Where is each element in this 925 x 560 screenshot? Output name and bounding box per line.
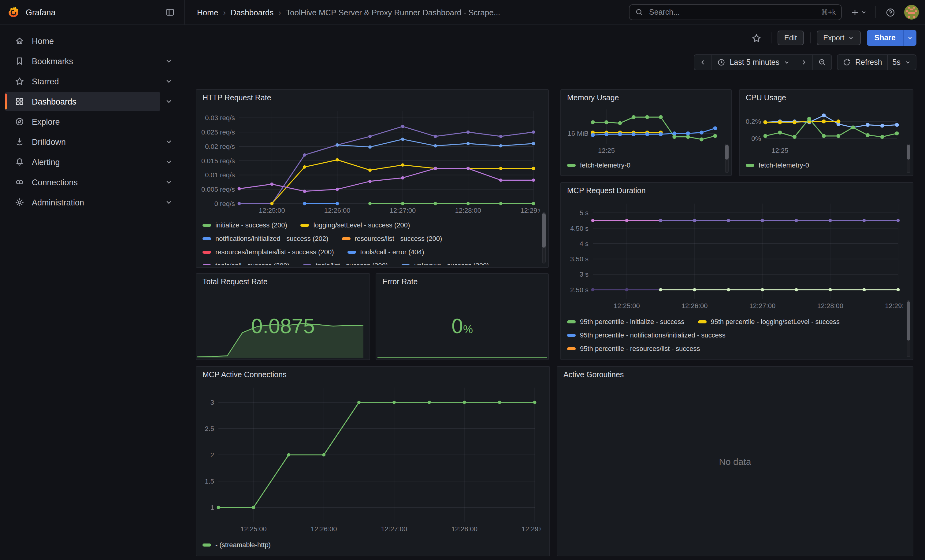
share-button[interactable]: Share — [867, 30, 903, 46]
legend-label: fetch-telemetry-0 — [580, 161, 630, 169]
chevron-down-icon[interactable] — [163, 156, 175, 168]
memory-usage-chart[interactable]: 16 MiB12:25 — [565, 105, 721, 156]
svg-text:12:25:00: 12:25:00 — [614, 302, 640, 310]
mcp-active-connections-legend: - (streamable-http) — [202, 538, 538, 554]
time-back-button[interactable] — [693, 54, 712, 70]
chevron-down-icon — [905, 59, 911, 65]
dock-sidebar-icon[interactable] — [162, 4, 178, 20]
http-request-rate-legend: initialize - success (200)logging/setLev… — [202, 218, 537, 265]
star-dashboard-icon[interactable] — [749, 30, 765, 46]
time-range-picker[interactable]: Last 5 minutes — [712, 54, 795, 70]
sidebar-item-label: Drilldown — [32, 137, 66, 146]
error-rate-value: 0% — [376, 314, 548, 338]
legend-item[interactable]: tools/list - success (200) — [303, 262, 388, 265]
help-icon[interactable] — [882, 4, 898, 20]
chevron-down-icon[interactable] — [163, 196, 175, 209]
sidebar-item-label: Bookmarks — [32, 57, 73, 66]
chevron-down-icon[interactable] — [163, 136, 175, 148]
legend-item[interactable]: initialize - success (200) — [202, 221, 287, 229]
svg-text:16 MiB: 16 MiB — [568, 130, 589, 137]
legend-item[interactable]: fetch-telemetry-0 — [746, 161, 809, 169]
panel-title[interactable]: Total Request Rate — [202, 278, 268, 286]
svg-text:0.01 req/s: 0.01 req/s — [205, 171, 235, 179]
export-button[interactable]: Export — [817, 30, 861, 45]
chevron-down-icon[interactable] — [163, 75, 175, 87]
mcp-request-duration-chart[interactable]: 5 s4.50 s4 s3.50 s3 s2.50 s12:25:0012:26… — [566, 199, 904, 311]
panel-title[interactable]: Active Goroutines — [563, 371, 624, 379]
http-request-rate-chart[interactable]: 0 req/s0.005 req/s0.01 req/s0.015 req/s0… — [201, 106, 539, 216]
legend-item[interactable]: notifications/initialized - success (202… — [202, 235, 328, 242]
legend-label: - (streamable-http) — [215, 541, 271, 548]
sidebar-link-administration[interactable]: Administration — [5, 192, 160, 212]
legend-swatch — [202, 250, 211, 254]
panel-title[interactable]: HTTP Request Rate — [202, 93, 271, 102]
sidebar-item-label: Connections — [32, 177, 78, 187]
legend-label: logging/setLevel - success (200) — [313, 221, 410, 229]
legend-item[interactable]: tools/call - error (404) — [348, 248, 424, 255]
legend-scrollbar[interactable] — [542, 213, 546, 248]
search-shortcut: ⌘+k — [821, 8, 836, 17]
legend-item[interactable]: resources/templates/list - success (200) — [202, 248, 334, 255]
mcp-active-connections-chart[interactable]: 32.521.5112:25:0012:26:0012:27:0012:28:0… — [201, 383, 541, 534]
legend-item[interactable]: fetch-telemetry-0 — [567, 161, 630, 169]
legend-item[interactable]: 95th percentile - notifications/initiali… — [567, 331, 726, 339]
svg-text:12:28:00: 12:28:00 — [455, 207, 481, 214]
legend-item[interactable]: 95th percentile - resources/list - succe… — [567, 345, 700, 352]
zoom-out-button[interactable] — [813, 54, 832, 70]
avatar[interactable] — [904, 5, 919, 20]
brand-title: Grafana — [26, 8, 156, 17]
cpu-usage-chart[interactable]: 0.2%0%12:25 — [743, 105, 903, 156]
share-dropdown-button[interactable] — [903, 30, 916, 46]
refresh-group: Refresh 5s — [837, 54, 916, 70]
chevron-down-icon[interactable] — [163, 95, 175, 108]
chevron-down-icon[interactable] — [163, 55, 175, 67]
search-input[interactable] — [648, 8, 817, 17]
panel-title[interactable]: MCP Active Connections — [202, 371, 286, 379]
breadcrumb-separator: › — [278, 8, 281, 17]
breadcrumb-item[interactable]: Home — [197, 8, 218, 17]
panel-title[interactable]: Memory Usage — [567, 93, 619, 102]
legend-scrollbar[interactable] — [725, 145, 729, 159]
refresh-interval-picker[interactable]: 5s — [888, 54, 916, 70]
panel-title[interactable]: MCP Request Duration — [567, 186, 646, 195]
refresh-button[interactable]: Refresh — [837, 54, 888, 70]
sidebar-link-starred[interactable]: Starred — [5, 72, 160, 91]
legend-swatch — [202, 543, 211, 546]
legend-item[interactable]: 95th percentile - initialize - success — [567, 318, 684, 325]
sidebar-link-explore[interactable]: Explore — [5, 112, 175, 131]
legend-item[interactable]: tools/call - success (200) — [202, 262, 289, 265]
svg-text:12:27:00: 12:27:00 — [390, 207, 416, 214]
legend-swatch — [202, 264, 211, 265]
add-button[interactable] — [848, 4, 869, 20]
panel-title[interactable]: Error Rate — [383, 278, 417, 286]
sidebar-link-alerting[interactable]: Alerting — [5, 152, 160, 172]
apps-icon — [15, 97, 24, 107]
chevron-down-icon[interactable] — [163, 176, 175, 188]
sidebar-link-home[interactable]: Home — [5, 31, 175, 51]
sidebar-link-connections[interactable]: Connections — [5, 173, 160, 192]
compass-icon — [15, 117, 24, 126]
legend-scrollbar[interactable] — [907, 302, 910, 341]
svg-text:0.02 req/s: 0.02 req/s — [205, 143, 235, 150]
legend-label: 95th percentile - logging/setLevel - suc… — [711, 318, 840, 325]
clock-icon — [717, 58, 725, 67]
svg-text:12:28:00: 12:28:00 — [451, 525, 478, 533]
legend-item[interactable]: logging/setLevel - success (200) — [301, 221, 410, 229]
grafana-logo-icon[interactable] — [8, 6, 20, 18]
legend-item[interactable]: 95th percentile - logging/setLevel - suc… — [698, 318, 840, 325]
sidebar-link-dashboards[interactable]: Dashboards — [5, 92, 160, 111]
chevron-down-icon — [784, 59, 790, 65]
breadcrumb-item[interactable]: Dashboards — [230, 8, 273, 17]
panel-memory-usage: Memory Usage 16 MiB12:25 fetch-telemetry… — [560, 89, 732, 176]
sidebar-link-drilldown[interactable]: Drilldown — [5, 132, 160, 152]
edit-button[interactable]: Edit — [777, 30, 804, 45]
panel-title[interactable]: CPU Usage — [746, 93, 786, 102]
legend-item[interactable]: - (streamable-http) — [202, 541, 271, 548]
legend-scrollbar[interactable] — [907, 145, 910, 159]
sidebar-link-bookmarks[interactable]: Bookmarks — [5, 51, 160, 71]
search-box[interactable]: ⌘+k — [629, 4, 842, 20]
svg-text:0.025 req/s: 0.025 req/s — [201, 128, 235, 136]
legend-item[interactable]: resources/list - success (200) — [342, 235, 442, 242]
legend-item[interactable]: unknown - success (200) — [401, 262, 489, 265]
time-forward-button[interactable] — [795, 54, 813, 70]
